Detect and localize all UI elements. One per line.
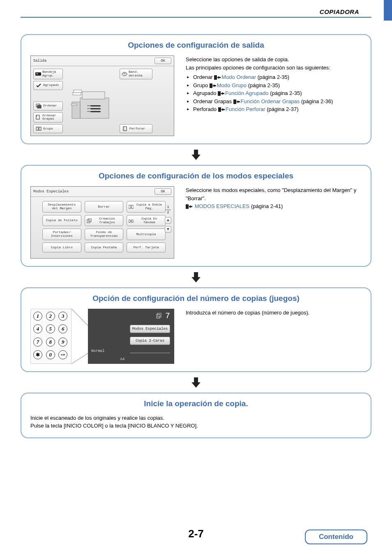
key-1[interactable]: 1 [33,312,42,321]
btn-copia-2caras[interactable]: Copia 2-Caras [130,337,170,345]
sbtn-copia-libro[interactable]: Copia Libro [42,243,81,252]
svg-rect-43 [194,377,198,382]
svg-rect-19 [71,104,77,105]
svg-rect-11 [73,92,81,95]
link-modo-grupo[interactable]: Modo Grupo [217,82,247,88]
normal-label: Normal [91,349,104,353]
sbtn-copia-tandem[interactable]: Copia En Tándem [127,215,166,227]
xref-icon [218,91,224,96]
sbtn-perf-tarjeta[interactable]: Perf. Tarjeta [127,243,166,252]
dualpage-icon [129,204,134,209]
sbtn-creacion-trabajos[interactable]: Creación Trabajos [85,215,124,227]
svg-rect-35 [131,220,133,222]
step-inicio-title: Inicie la operación de copia. [30,399,362,408]
svg-point-20 [122,72,127,76]
btn-modos-especiales[interactable]: Modos Especiales [130,325,170,333]
xref-icon [186,204,192,209]
sbtn-borrar[interactable]: Borrar [85,201,124,213]
step-salida: Opciones de configuración de salida Sali… [21,34,371,144]
key-0[interactable]: 0 [46,350,55,359]
key-star[interactable]: ✱ [33,350,42,359]
tray-dark-icon [35,71,41,77]
svg-point-22 [124,127,125,128]
step-modos: Opciones de configuración de los modos e… [21,165,371,267]
svg-rect-3 [37,105,41,108]
panel-modos: Modos Especiales OK Desplazamiento del M… [30,186,174,259]
key-hash[interactable]: #/P [58,350,67,359]
sbtn-portadas-inserciones[interactable]: Portadas/ Inserciones [42,229,81,240]
a4-label: A4 [120,357,125,361]
printer-illustration [68,79,117,125]
svg-rect-37 [194,272,198,277]
li-ordenar-grapas: Ordenar Grapas Función Ordenar Grapas (p… [193,97,362,106]
keypad-panel: 1 2 3 4 5 6 7 8 9 ✱ 0 #/P [30,309,174,364]
svg-rect-13 [90,105,101,106]
btn-grupo[interactable]: Grupo [33,124,63,133]
btn-perforar[interactable]: Perforar [120,124,152,133]
svg-rect-28 [218,107,221,112]
key-8[interactable]: 8 [46,338,55,347]
pager: 1 2 ▲ ▼ [165,205,171,233]
btn-agrupado[interactable]: Agrupado [33,81,63,90]
panel-salida-ok[interactable]: OK [154,58,171,64]
key-9[interactable]: 9 [58,338,67,347]
svg-point-23 [124,129,125,130]
keypad: 1 2 3 4 5 6 7 8 9 ✱ 0 #/P [30,309,71,364]
panel-salida-title: Salida [33,59,46,63]
arrow-down-icon [190,271,202,283]
svg-rect-31 [131,205,134,208]
xref-icon [210,83,216,88]
svg-rect-34 [129,220,130,222]
contenido-button[interactable]: Contenido [305,530,367,544]
tandem-icon [129,218,134,223]
link-modos-especiales[interactable]: MODOS ESPECIALES [195,203,250,209]
page-down-button[interactable]: ▼ [165,226,171,233]
svg-rect-25 [210,83,212,88]
link-funcion-ordenar-grapas[interactable]: Función Ordenar Grapas [241,98,300,104]
btn-ordenar[interactable]: Ordenar [33,102,63,111]
page: COPIADORA Opciones de configuración de s… [0,0,392,555]
btn-bandeja-agrup[interactable]: Bandeja Agrup. [33,69,63,79]
btn-band-derecha[interactable]: Band. derecha [120,69,152,79]
sbtn-multicopia[interactable]: Multicopia [127,229,166,240]
key-4[interactable]: 4 [33,324,42,333]
copy-count: 7 [165,311,170,321]
sbtn-copia-pestana[interactable]: Copia Pestaña [85,243,124,252]
btn-ordenar-grapas[interactable]: Ordenar Grapas [33,112,63,123]
svg-rect-14 [90,108,101,109]
step-salida-title: Opciones de configuración de salida [30,41,362,50]
sbtn-fondo-transparencias[interactable]: Fondo de Transparencias [85,229,124,240]
panel-modos-title: Modos Especiales [33,190,69,194]
svg-rect-12 [74,90,82,92]
key-3[interactable]: 3 [58,312,67,321]
sbtn-copia-folleto[interactable]: Copia de Folleto [42,215,81,227]
sbtn-copia-doble-pag[interactable]: Copia a Doble Pág. [127,201,166,213]
svg-rect-36 [186,204,189,209]
li-grupo: Grupo Modo Grupo (página 2-35) [193,81,362,90]
check-icon [35,83,42,88]
staple-icon [35,114,41,120]
step-inicio: Inicie la operación de copia. Inicie el … [21,393,371,438]
step-modos-title: Opciones de configuración de los modos e… [30,171,362,180]
link-funcion-agrupado[interactable]: Función Agrupado [225,90,269,96]
key-7[interactable]: 7 [33,338,42,347]
svg-rect-29 [194,150,198,155]
sheets-icon [156,313,162,319]
link-modo-ordenar[interactable]: Modo Ordenar [221,74,256,80]
wedge [71,309,88,364]
xref-icon [233,99,240,104]
key-6[interactable]: 6 [58,324,67,333]
svg-rect-7 [39,127,41,130]
page-up-button[interactable]: ▲ [165,217,171,224]
svg-rect-1 [36,73,38,74]
sbtn-desplazamiento-margen[interactable]: Desplazamiento del Margen [42,201,81,213]
copy-screen: 7 Modos Especiales Copia 2-Caras Normal [88,309,174,364]
arrow-down-icon [190,148,202,161]
key-2[interactable]: 2 [46,312,55,321]
link-funcion-perforar[interactable]: Función Perforar [226,106,265,112]
key-5[interactable]: 5 [46,324,55,333]
svg-rect-42 [158,313,161,317]
panel-modos-ok[interactable]: OK [154,188,171,195]
group-pages-icon [35,126,42,132]
svg-rect-9 [82,92,105,99]
